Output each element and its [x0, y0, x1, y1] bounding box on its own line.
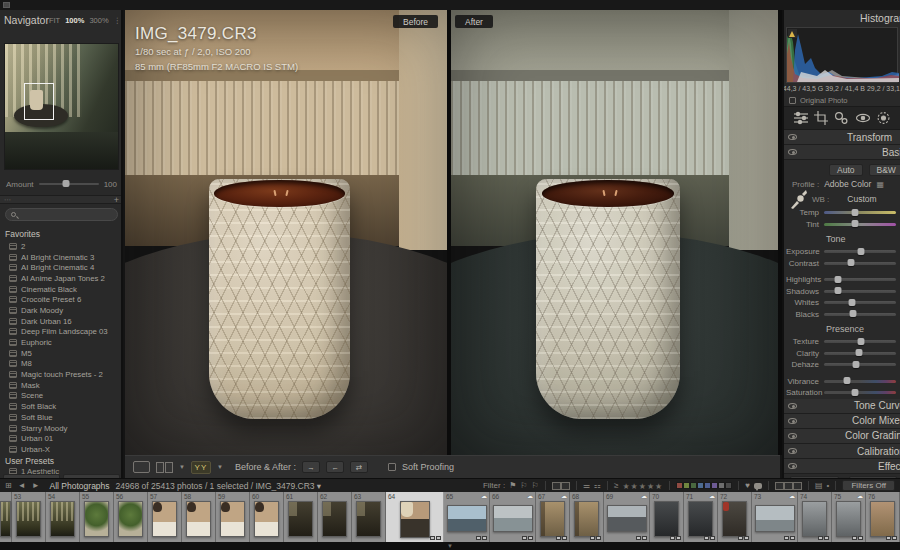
slider-handle[interactable]	[858, 338, 865, 345]
flag-reject-icon[interactable]: ⚐	[532, 481, 539, 490]
filmstrip-cell-68[interactable]: 68	[570, 492, 604, 542]
presets-panel-bar[interactable]: ⋯ +	[0, 195, 123, 204]
amount-slider-handle[interactable]	[63, 180, 70, 187]
slider-track[interactable]	[824, 313, 896, 316]
filmstrip-cell-57[interactable]: 57	[148, 492, 182, 542]
filmstrip-cell-64[interactable]: 64	[386, 492, 444, 542]
catalog-source[interactable]: All Photographs	[50, 481, 110, 491]
panel-switch-icon[interactable]	[788, 403, 797, 409]
slider-track[interactable]	[824, 223, 896, 226]
preset-item[interactable]: M8	[0, 359, 123, 370]
preset-item[interactable]: AI Bright Cinematic 3	[0, 252, 123, 263]
slider-dehaze[interactable]: Dehaze	[784, 359, 900, 371]
slider-tint[interactable]: Tint	[784, 219, 900, 231]
filmstrip-cell-70[interactable]: 70	[650, 492, 684, 542]
panel-header-color-grading[interactable]: Color Grading	[784, 429, 900, 444]
slider-highlights[interactable]: Highlights	[784, 274, 900, 286]
panel-switch-icon[interactable]	[788, 448, 797, 454]
filmstrip-cell-74[interactable]: 74	[798, 492, 832, 542]
slider-blacks[interactable]: Blacks	[784, 309, 900, 321]
stack-filter-icon[interactable]: ▤	[815, 481, 823, 490]
thumbnail-badges[interactable]	[738, 536, 749, 540]
red-eye-tool-icon[interactable]	[855, 111, 871, 125]
slider-track[interactable]	[824, 352, 896, 355]
filmstrip-cell-56[interactable]: 56	[114, 492, 148, 542]
thumbnail-badges[interactable]	[886, 536, 897, 540]
before-image-pane[interactable]	[125, 10, 447, 455]
thumbnail-badges[interactable]	[636, 536, 647, 540]
edit-filter-icon[interactable]: ⚌	[583, 481, 590, 490]
star-icon[interactable]: ★	[622, 482, 630, 491]
color-label-swatch[interactable]	[718, 482, 725, 489]
slider-handle[interactable]	[858, 248, 865, 255]
filmstrip-cell-75[interactable]: 75☁	[832, 492, 866, 542]
color-label-swatch[interactable]	[711, 482, 718, 489]
masking-tool-icon[interactable]	[876, 111, 891, 125]
preset-item[interactable]: Urban 01	[0, 433, 123, 444]
filmstrip-cell-58[interactable]: 58	[182, 492, 216, 542]
preset-item[interactable]: Magic touch Presets - 2	[0, 369, 123, 380]
wb-value[interactable]: Custom	[847, 194, 876, 204]
edit-sliders-icon[interactable]	[793, 111, 809, 125]
slider-texture[interactable]: Texture	[784, 336, 900, 348]
loupe-view-icon[interactable]	[133, 461, 150, 473]
star-icon[interactable]: ★	[639, 482, 647, 491]
preset-item[interactable]: Soft Blue	[0, 412, 123, 423]
rating-stars[interactable]: ★★★★★	[622, 481, 663, 491]
slider-track[interactable]	[824, 340, 896, 343]
original-photo-checkbox[interactable]	[789, 97, 796, 104]
color-label-swatch[interactable]	[725, 482, 732, 489]
zoom-100-button[interactable]: 100%	[65, 16, 84, 25]
slider-handle[interactable]	[849, 310, 856, 317]
panel-switch-icon[interactable]	[788, 463, 797, 469]
profile-browser-icon[interactable]: ▦	[876, 180, 884, 189]
before-after-view-icon[interactable]: YY	[191, 461, 211, 474]
heart-icon[interactable]: ♥	[745, 481, 750, 490]
filmstrip-cell-71[interactable]: 71☁	[684, 492, 718, 542]
flag-pick-icon[interactable]: ⚑	[509, 481, 516, 490]
photo-count[interactable]: 24968 of 25413 photos / 1 selected / IMG…	[116, 481, 322, 491]
preset-group-header-user[interactable]: User Presets	[0, 456, 123, 466]
zoom-300-button[interactable]: 300%	[89, 16, 108, 25]
filmstrip-cell[interactable]	[0, 492, 12, 542]
slider-handle[interactable]	[855, 349, 862, 356]
preset-item[interactable]: Dark Moody	[0, 305, 123, 316]
presence-section-header[interactable]: Presence	[826, 324, 900, 334]
preset-item[interactable]: Deep Film Landscape 03	[0, 327, 123, 338]
preset-item[interactable]: Scene	[0, 391, 123, 402]
rating-operator[interactable]: ≥	[614, 481, 618, 490]
panel-switch-icon[interactable]	[788, 134, 797, 140]
wb-eyedropper-icon[interactable]	[789, 188, 807, 210]
shadow-clipping-icon[interactable]	[788, 29, 797, 38]
comment-icon[interactable]	[754, 483, 762, 489]
color-label-swatch[interactable]	[676, 482, 683, 489]
slider-handle[interactable]	[847, 259, 854, 266]
filmstrip-cell-55[interactable]: 55	[80, 492, 114, 542]
thumbnail-badges[interactable]	[590, 536, 601, 540]
color-label-swatch[interactable]	[690, 482, 697, 489]
add-preset-icon[interactable]: +	[114, 195, 119, 205]
slider-clarity[interactable]: Clarity	[784, 348, 900, 360]
star-icon[interactable]: ★	[655, 482, 663, 491]
grid-view-icon[interactable]: ⊞	[5, 481, 12, 490]
preset-item[interactable]: Starry Moody	[0, 423, 123, 434]
thumbnail-badges[interactable]	[670, 536, 681, 540]
filmstrip-cell-65[interactable]: 65☁	[444, 492, 490, 542]
panel-header-tone-curve[interactable]: Tone Curve	[784, 399, 900, 414]
slider-handle[interactable]	[852, 361, 859, 368]
slider-exposure[interactable]: Exposure	[784, 246, 900, 258]
slider-track[interactable]	[824, 391, 896, 394]
color-label-swatch[interactable]	[697, 482, 704, 489]
compare-dropdown-icon[interactable]: ▼	[179, 464, 185, 470]
slider-handle[interactable]	[851, 389, 858, 396]
thumbnail-badges[interactable]	[430, 536, 441, 540]
compare-view-icon[interactable]	[156, 462, 173, 473]
slider-track[interactable]	[824, 301, 896, 304]
preset-group-header[interactable]: Favorites	[0, 226, 123, 241]
filmstrip-cell-69[interactable]: 69☁	[604, 492, 650, 542]
panel-header-basic[interactable]: Basic	[784, 145, 900, 160]
crop-tool-icon[interactable]	[814, 111, 829, 125]
zoom-more-icon[interactable]: ⋮	[114, 16, 122, 25]
navigator-preview[interactable]	[4, 43, 119, 170]
preset-item[interactable]: M5	[0, 348, 123, 359]
